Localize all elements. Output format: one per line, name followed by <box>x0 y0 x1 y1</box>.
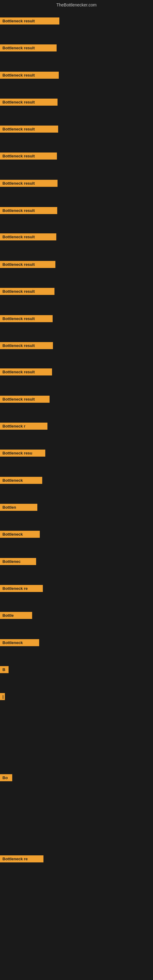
bottleneck-item-22: Bottleneck re <box>0 585 43 592</box>
bottleneck-item-17: Bottleneck resu <box>0 450 45 457</box>
bottleneck-item-24: Bottleneck <box>0 639 39 646</box>
bottleneck-item-4: Bottleneck result <box>0 99 57 106</box>
bottleneck-item-14: Bottleneck result <box>0 368 52 375</box>
bottleneck-item-1: Bottleneck result <box>0 18 59 24</box>
bottleneck-item-20: Bottleneck <box>0 531 40 538</box>
bottleneck-item-28: Bottleneck re <box>0 855 43 862</box>
bottleneck-item-11: Bottleneck result <box>0 288 54 295</box>
bottleneck-item-13: Bottleneck result <box>0 342 53 349</box>
bottleneck-item-12: Bottleneck result <box>0 315 53 322</box>
bottleneck-item-9: Bottleneck result <box>0 233 56 240</box>
bottleneck-item-10: Bottleneck result <box>0 261 56 268</box>
bottleneck-item-21: Bottlenec <box>0 558 36 565</box>
bottleneck-item-8: Bottleneck result <box>0 207 57 214</box>
bottleneck-item-18: Bottleneck <box>0 477 42 484</box>
bottleneck-item-7: Bottleneck result <box>0 180 57 187</box>
bottleneck-item-2: Bottleneck result <box>0 45 57 51</box>
bottleneck-item-23: Bottle <box>0 612 32 619</box>
bottleneck-item-6: Bottleneck result <box>0 153 57 159</box>
bottleneck-item-3: Bottleneck result <box>0 72 59 79</box>
bottleneck-item-26: | <box>0 693 5 700</box>
bottleneck-item-5: Bottleneck result <box>0 126 58 133</box>
bottleneck-item-15: Bottleneck result <box>0 396 49 403</box>
bottleneck-item-25: B <box>0 666 9 673</box>
site-title: TheBottlenecker.com <box>56 2 97 7</box>
bottleneck-item-27: Bo <box>0 774 12 781</box>
bottleneck-item-16: Bottleneck r <box>0 423 48 430</box>
bottleneck-item-19: Bottlen <box>0 504 37 511</box>
